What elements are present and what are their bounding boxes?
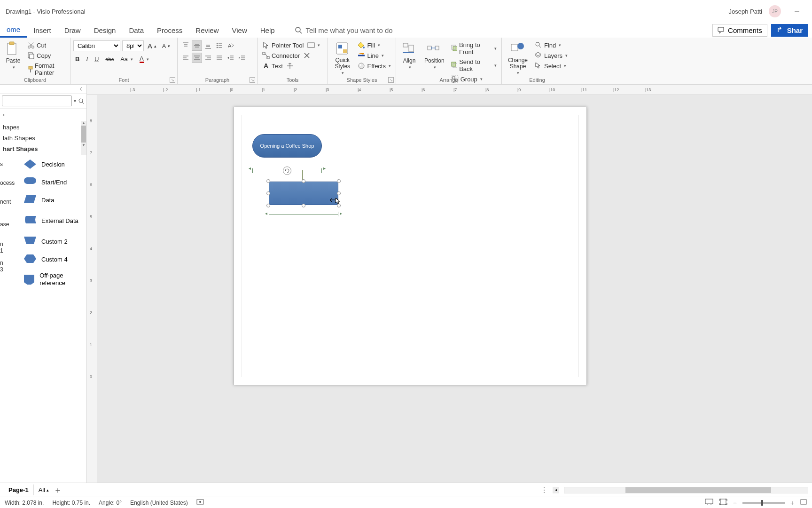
align-right-button[interactable] [203, 53, 213, 63]
zoom-out-button[interactable]: − [733, 499, 737, 507]
presentation-mode-button[interactable] [705, 499, 713, 507]
rotate-handle[interactable] [283, 167, 291, 175]
align-middle-button[interactable] [192, 40, 202, 51]
font-name-select[interactable]: Calibri [73, 40, 120, 51]
selection-handle-s[interactable] [302, 204, 305, 207]
align-top-button[interactable] [180, 40, 191, 51]
paragraph-dialog-launcher[interactable]: ↘ [250, 77, 255, 83]
copy-button[interactable]: Copy [25, 51, 67, 60]
align-bottom-button[interactable] [203, 40, 213, 51]
strike-button[interactable]: abc [103, 56, 116, 63]
zoom-slider[interactable] [742, 502, 785, 504]
font-dialog-launcher[interactable]: ↘ [170, 77, 175, 83]
shape-item[interactable]: Custom 2 [21, 232, 86, 250]
tab-design[interactable]: Design [87, 24, 123, 37]
tab-help[interactable]: Help [254, 24, 281, 37]
change-case-button[interactable]: Aa▾ [118, 55, 135, 64]
tab-home[interactable]: ome [0, 23, 27, 38]
tell-me-search[interactable]: Tell me what you want to do [295, 26, 393, 34]
shape-item-left[interactable]: n 3 [0, 254, 7, 273]
selection-handle-ne[interactable] [337, 179, 341, 183]
search-icon[interactable] [78, 98, 85, 104]
zoom-in-button[interactable]: + [790, 499, 794, 507]
minimize-button[interactable] [788, 4, 806, 18]
align-left-button[interactable] [180, 53, 191, 63]
zoom-thumb[interactable] [761, 500, 763, 506]
shape-process-selected[interactable] [269, 182, 338, 205]
line-button[interactable]: Line▾ [356, 51, 393, 60]
bring-to-front-button[interactable]: Bring to Front▾ [449, 40, 499, 56]
shape-item[interactable]: External Data [21, 209, 86, 232]
shapes-category[interactable]: lath Shapes [0, 133, 81, 143]
font-size-select[interactable]: 8pt. [122, 40, 144, 51]
increase-indent-button[interactable] [237, 53, 247, 63]
shape-item[interactable]: Data [21, 191, 86, 209]
hscroll-thumb[interactable] [625, 487, 772, 493]
align-center-button[interactable] [192, 53, 202, 63]
scroll-up-icon[interactable]: ▲ [81, 121, 86, 125]
pointer-tool-button[interactable]: Pointer Tool [260, 40, 305, 50]
decrease-indent-button[interactable] [226, 53, 236, 63]
search-dropdown[interactable]: ▾ [74, 98, 76, 103]
selection-handle-w[interactable] [266, 191, 270, 195]
underline-button[interactable]: U [93, 55, 101, 64]
bold-button[interactable]: B [73, 55, 81, 64]
shape-item-left[interactable]: nent [0, 193, 7, 212]
paste-button[interactable]: Paste ▾ [3, 40, 23, 71]
connector-tool-button[interactable]: Connector [260, 51, 302, 60]
hscroll-left[interactable]: ◂ [553, 487, 559, 493]
select-button[interactable]: Select▾ [533, 61, 570, 71]
layers-button[interactable]: Layers▾ [533, 51, 570, 60]
shrink-font-button[interactable]: A▾ [160, 42, 172, 50]
selection-handle-e[interactable] [337, 191, 341, 195]
selection-handle-se[interactable] [337, 204, 341, 207]
user-avatar[interactable]: JP [769, 5, 781, 17]
italic-button[interactable]: I [84, 55, 90, 64]
selection-handle-nw[interactable] [266, 179, 270, 183]
shape-item[interactable]: Decision [21, 155, 86, 173]
cut-button[interactable]: Cut [25, 40, 67, 50]
tab-process[interactable]: Process [150, 24, 189, 37]
send-to-back-button[interactable]: Send to Back▾ [449, 57, 499, 73]
page-tab[interactable]: Page-1 [4, 484, 34, 495]
font-color-button[interactable]: A ▾ [138, 54, 151, 64]
all-pages-button[interactable]: All▴ [39, 486, 49, 493]
fill-button[interactable]: Fill▾ [356, 40, 393, 50]
shapes-category[interactable]: hart Shapes [0, 143, 81, 154]
selection-handle-sw[interactable] [266, 204, 270, 207]
shape-start-end[interactable]: Opening a Coffee Shop [252, 134, 322, 158]
align-button[interactable]: Align ▾ [399, 40, 420, 71]
drawing-canvas[interactable]: Opening a Coffee Shop ▸ ◂ [97, 95, 812, 483]
fit-page-button[interactable] [719, 499, 727, 507]
status-language[interactable]: English (United States) [130, 500, 188, 506]
tab-insert[interactable]: Insert [27, 24, 58, 37]
bullets-button[interactable] [214, 40, 225, 51]
delete-connector-button[interactable] [302, 51, 312, 60]
shape-item-left[interactable]: ocess [0, 174, 7, 193]
categories-scrollbar[interactable]: ▲ ▼ [81, 121, 86, 155]
connection-point-button[interactable] [285, 62, 295, 70]
selection-handle-n[interactable] [302, 179, 305, 183]
tab-review[interactable]: Review [189, 24, 225, 37]
shape-item-left[interactable]: n 1 [0, 235, 7, 254]
tab-data[interactable]: Data [122, 24, 150, 37]
tab-draw[interactable]: Draw [58, 24, 87, 37]
fit-window-button[interactable] [800, 499, 807, 507]
shapes-nav-back[interactable]: › [3, 111, 5, 118]
quick-styles-button[interactable]: Quick Styles ▾ [331, 40, 354, 76]
format-painter-button[interactable]: Format Painter [25, 61, 67, 77]
position-button[interactable]: Position ▾ [422, 40, 447, 71]
shape-item-left[interactable]: ase [0, 212, 7, 235]
shape-styles-dialog-launcher[interactable]: ↘ [388, 77, 394, 83]
text-tool-button[interactable]: A Text [260, 61, 285, 71]
shape-item[interactable]: Off-page reference [21, 268, 86, 290]
shape-item[interactable]: Custom 4 [21, 250, 86, 268]
comments-button[interactable]: Comments [712, 24, 767, 37]
text-direction-button[interactable]: A [226, 40, 236, 51]
rectangle-tool-button[interactable]: ▾ [305, 41, 322, 49]
shape-item[interactable]: Start/End [21, 173, 86, 191]
hscroll-menu[interactable]: ⋮ [540, 485, 548, 494]
shapes-search-input[interactable] [2, 95, 72, 106]
find-button[interactable]: Find▾ [533, 40, 570, 50]
shapes-pane-collapse[interactable] [0, 85, 86, 94]
